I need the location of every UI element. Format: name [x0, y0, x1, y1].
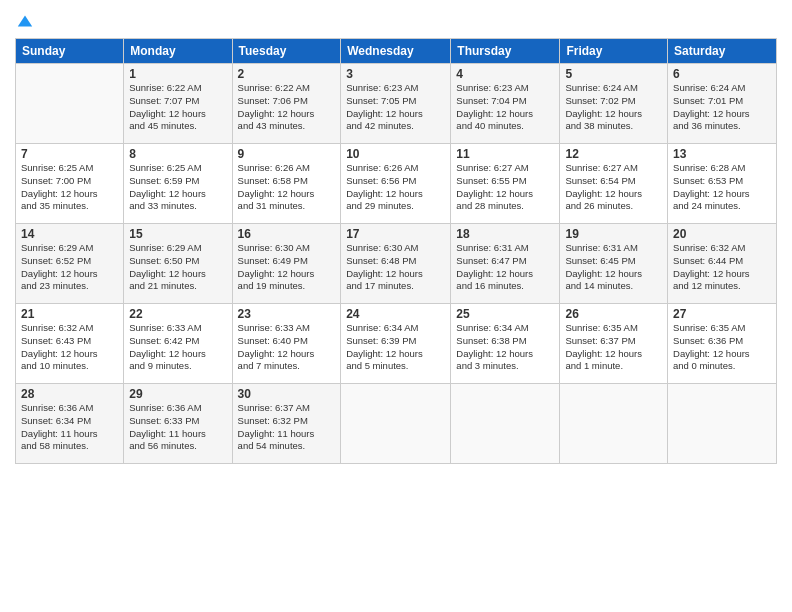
- calendar-cell: 24Sunrise: 6:34 AM Sunset: 6:39 PM Dayli…: [341, 304, 451, 384]
- weekday-header: Friday: [560, 39, 668, 64]
- calendar-cell: 3Sunrise: 6:23 AM Sunset: 7:05 PM Daylig…: [341, 64, 451, 144]
- day-number: 2: [238, 67, 336, 81]
- day-number: 28: [21, 387, 118, 401]
- day-number: 8: [129, 147, 226, 161]
- calendar-week-row: 7Sunrise: 6:25 AM Sunset: 7:00 PM Daylig…: [16, 144, 777, 224]
- calendar-cell: 6Sunrise: 6:24 AM Sunset: 7:01 PM Daylig…: [668, 64, 777, 144]
- weekday-header: Sunday: [16, 39, 124, 64]
- day-info: Sunrise: 6:27 AM Sunset: 6:54 PM Dayligh…: [565, 162, 662, 213]
- calendar-cell: 23Sunrise: 6:33 AM Sunset: 6:40 PM Dayli…: [232, 304, 341, 384]
- day-info: Sunrise: 6:22 AM Sunset: 7:06 PM Dayligh…: [238, 82, 336, 133]
- day-number: 4: [456, 67, 554, 81]
- calendar-cell: 20Sunrise: 6:32 AM Sunset: 6:44 PM Dayli…: [668, 224, 777, 304]
- calendar-cell: [668, 384, 777, 464]
- calendar-cell: 10Sunrise: 6:26 AM Sunset: 6:56 PM Dayli…: [341, 144, 451, 224]
- day-info: Sunrise: 6:30 AM Sunset: 6:48 PM Dayligh…: [346, 242, 445, 293]
- day-info: Sunrise: 6:37 AM Sunset: 6:32 PM Dayligh…: [238, 402, 336, 453]
- day-info: Sunrise: 6:32 AM Sunset: 6:43 PM Dayligh…: [21, 322, 118, 373]
- day-number: 18: [456, 227, 554, 241]
- day-number: 12: [565, 147, 662, 161]
- day-number: 9: [238, 147, 336, 161]
- day-info: Sunrise: 6:29 AM Sunset: 6:52 PM Dayligh…: [21, 242, 118, 293]
- svg-marker-0: [18, 16, 32, 27]
- day-info: Sunrise: 6:34 AM Sunset: 6:38 PM Dayligh…: [456, 322, 554, 373]
- calendar-cell: 5Sunrise: 6:24 AM Sunset: 7:02 PM Daylig…: [560, 64, 668, 144]
- day-number: 27: [673, 307, 771, 321]
- day-info: Sunrise: 6:28 AM Sunset: 6:53 PM Dayligh…: [673, 162, 771, 213]
- day-info: Sunrise: 6:29 AM Sunset: 6:50 PM Dayligh…: [129, 242, 226, 293]
- day-number: 13: [673, 147, 771, 161]
- logo-icon: [16, 12, 34, 30]
- day-number: 19: [565, 227, 662, 241]
- day-number: 15: [129, 227, 226, 241]
- calendar-cell: 25Sunrise: 6:34 AM Sunset: 6:38 PM Dayli…: [451, 304, 560, 384]
- calendar-cell: 26Sunrise: 6:35 AM Sunset: 6:37 PM Dayli…: [560, 304, 668, 384]
- calendar-week-row: 28Sunrise: 6:36 AM Sunset: 6:34 PM Dayli…: [16, 384, 777, 464]
- weekday-header: Tuesday: [232, 39, 341, 64]
- day-number: 29: [129, 387, 226, 401]
- calendar-cell: 8Sunrise: 6:25 AM Sunset: 6:59 PM Daylig…: [124, 144, 232, 224]
- day-info: Sunrise: 6:23 AM Sunset: 7:05 PM Dayligh…: [346, 82, 445, 133]
- calendar-cell: 4Sunrise: 6:23 AM Sunset: 7:04 PM Daylig…: [451, 64, 560, 144]
- calendar-week-row: 14Sunrise: 6:29 AM Sunset: 6:52 PM Dayli…: [16, 224, 777, 304]
- day-info: Sunrise: 6:33 AM Sunset: 6:40 PM Dayligh…: [238, 322, 336, 373]
- main-container: SundayMondayTuesdayWednesdayThursdayFrid…: [0, 0, 792, 474]
- calendar-cell: 11Sunrise: 6:27 AM Sunset: 6:55 PM Dayli…: [451, 144, 560, 224]
- day-number: 26: [565, 307, 662, 321]
- calendar-cell: [341, 384, 451, 464]
- day-info: Sunrise: 6:32 AM Sunset: 6:44 PM Dayligh…: [673, 242, 771, 293]
- day-info: Sunrise: 6:24 AM Sunset: 7:01 PM Dayligh…: [673, 82, 771, 133]
- calendar-cell: 30Sunrise: 6:37 AM Sunset: 6:32 PM Dayli…: [232, 384, 341, 464]
- day-number: 30: [238, 387, 336, 401]
- day-info: Sunrise: 6:25 AM Sunset: 6:59 PM Dayligh…: [129, 162, 226, 213]
- day-number: 25: [456, 307, 554, 321]
- day-number: 3: [346, 67, 445, 81]
- day-number: 24: [346, 307, 445, 321]
- calendar-cell: 18Sunrise: 6:31 AM Sunset: 6:47 PM Dayli…: [451, 224, 560, 304]
- weekday-header: Saturday: [668, 39, 777, 64]
- weekday-header: Monday: [124, 39, 232, 64]
- day-info: Sunrise: 6:26 AM Sunset: 6:56 PM Dayligh…: [346, 162, 445, 213]
- calendar-cell: 27Sunrise: 6:35 AM Sunset: 6:36 PM Dayli…: [668, 304, 777, 384]
- calendar-table: SundayMondayTuesdayWednesdayThursdayFrid…: [15, 38, 777, 464]
- calendar-cell: 14Sunrise: 6:29 AM Sunset: 6:52 PM Dayli…: [16, 224, 124, 304]
- calendar-cell: [16, 64, 124, 144]
- weekday-header: Wednesday: [341, 39, 451, 64]
- day-number: 5: [565, 67, 662, 81]
- calendar-cell: 19Sunrise: 6:31 AM Sunset: 6:45 PM Dayli…: [560, 224, 668, 304]
- day-info: Sunrise: 6:34 AM Sunset: 6:39 PM Dayligh…: [346, 322, 445, 373]
- calendar-cell: 1Sunrise: 6:22 AM Sunset: 7:07 PM Daylig…: [124, 64, 232, 144]
- day-info: Sunrise: 6:24 AM Sunset: 7:02 PM Dayligh…: [565, 82, 662, 133]
- day-info: Sunrise: 6:22 AM Sunset: 7:07 PM Dayligh…: [129, 82, 226, 133]
- calendar-cell: 12Sunrise: 6:27 AM Sunset: 6:54 PM Dayli…: [560, 144, 668, 224]
- calendar-week-row: 1Sunrise: 6:22 AM Sunset: 7:07 PM Daylig…: [16, 64, 777, 144]
- day-info: Sunrise: 6:23 AM Sunset: 7:04 PM Dayligh…: [456, 82, 554, 133]
- day-info: Sunrise: 6:31 AM Sunset: 6:47 PM Dayligh…: [456, 242, 554, 293]
- day-number: 11: [456, 147, 554, 161]
- day-number: 17: [346, 227, 445, 241]
- day-info: Sunrise: 6:36 AM Sunset: 6:33 PM Dayligh…: [129, 402, 226, 453]
- calendar-cell: 9Sunrise: 6:26 AM Sunset: 6:58 PM Daylig…: [232, 144, 341, 224]
- calendar-cell: 28Sunrise: 6:36 AM Sunset: 6:34 PM Dayli…: [16, 384, 124, 464]
- calendar-week-row: 21Sunrise: 6:32 AM Sunset: 6:43 PM Dayli…: [16, 304, 777, 384]
- calendar-cell: 2Sunrise: 6:22 AM Sunset: 7:06 PM Daylig…: [232, 64, 341, 144]
- logo: [15, 14, 34, 30]
- day-number: 16: [238, 227, 336, 241]
- day-info: Sunrise: 6:31 AM Sunset: 6:45 PM Dayligh…: [565, 242, 662, 293]
- day-number: 10: [346, 147, 445, 161]
- day-info: Sunrise: 6:36 AM Sunset: 6:34 PM Dayligh…: [21, 402, 118, 453]
- calendar-header-row: SundayMondayTuesdayWednesdayThursdayFrid…: [16, 39, 777, 64]
- day-info: Sunrise: 6:35 AM Sunset: 6:37 PM Dayligh…: [565, 322, 662, 373]
- calendar-cell: 17Sunrise: 6:30 AM Sunset: 6:48 PM Dayli…: [341, 224, 451, 304]
- day-info: Sunrise: 6:33 AM Sunset: 6:42 PM Dayligh…: [129, 322, 226, 373]
- calendar-cell: 21Sunrise: 6:32 AM Sunset: 6:43 PM Dayli…: [16, 304, 124, 384]
- day-number: 6: [673, 67, 771, 81]
- day-info: Sunrise: 6:26 AM Sunset: 6:58 PM Dayligh…: [238, 162, 336, 213]
- day-number: 14: [21, 227, 118, 241]
- calendar-cell: 22Sunrise: 6:33 AM Sunset: 6:42 PM Dayli…: [124, 304, 232, 384]
- day-number: 20: [673, 227, 771, 241]
- calendar-cell: [451, 384, 560, 464]
- calendar-cell: 13Sunrise: 6:28 AM Sunset: 6:53 PM Dayli…: [668, 144, 777, 224]
- day-number: 23: [238, 307, 336, 321]
- calendar-cell: [560, 384, 668, 464]
